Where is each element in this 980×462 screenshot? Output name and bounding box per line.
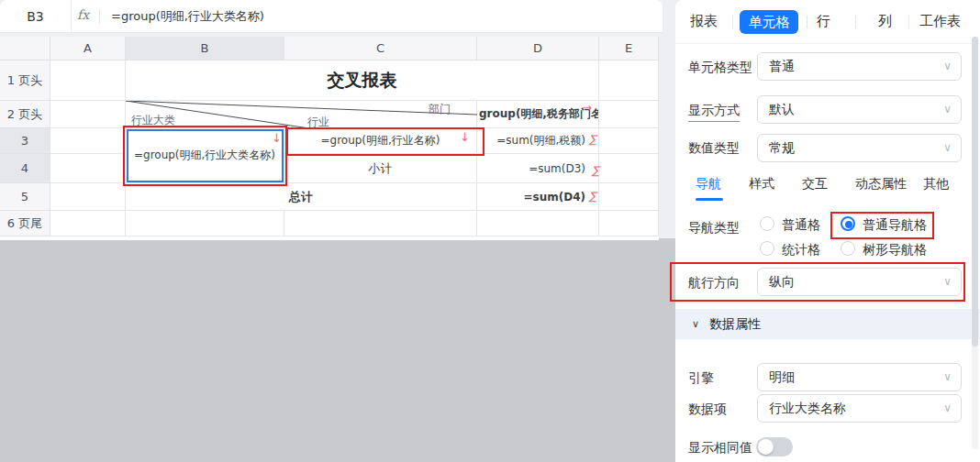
- cell-title-B1D1[interactable]: 交叉报表: [126, 60, 599, 101]
- subtab-dynamic-attributes[interactable]: 动态属性: [855, 176, 907, 192]
- expand-down-icon: ↓: [272, 132, 282, 144]
- cell-A2[interactable]: [50, 101, 126, 128]
- row-header-1[interactable]: 1 页头: [0, 60, 50, 101]
- cell-D5[interactable]: =sum(D4): [477, 183, 599, 211]
- radio-statistic-cell-label[interactable]: 统计格: [782, 242, 820, 258]
- data-attributes-section-header[interactable]: ∨ 数据属性: [675, 309, 980, 339]
- radio-tree-nav-cell-label[interactable]: 树形导航格: [863, 242, 927, 258]
- cell-C6[interactable]: [284, 211, 477, 236]
- data-item-value: 行业大类名称: [769, 401, 846, 417]
- nav-direction-label: 航行方向: [688, 275, 740, 292]
- collapse-chevron-icon: ∨: [692, 318, 699, 330]
- corner-header[interactable]: [0, 37, 50, 60]
- formula-bar: B3 fx =group(明细,行业大类名称): [0, 0, 663, 33]
- cell-C3[interactable]: =group(明细,行业名称): [284, 128, 477, 154]
- tab-row[interactable]: 行: [817, 13, 830, 30]
- cell-B3[interactable]: =group(明细,行业大类名称): [126, 128, 284, 183]
- cell-B5C5[interactable]: 总计: [126, 183, 477, 211]
- cell-E3[interactable]: [599, 128, 659, 154]
- tab-divider: [855, 16, 856, 28]
- data-item-select[interactable]: 行业大类名称 ∨: [757, 394, 962, 423]
- tabbar-border: [675, 43, 980, 44]
- cell-D3[interactable]: =sum(明细,税额): [477, 128, 599, 154]
- diagonal-label-bottom-left: 行业大类: [131, 113, 175, 128]
- data-item-label: 数据项: [688, 402, 727, 418]
- show-same-value-toggle[interactable]: [756, 437, 793, 456]
- column-header-B[interactable]: B: [126, 37, 284, 60]
- subtab-other[interactable]: 其他: [923, 176, 949, 192]
- chevron-down-icon: ∨: [943, 103, 952, 116]
- subtab-style[interactable]: 样式: [749, 176, 774, 192]
- radio-statistic-cell[interactable]: [760, 241, 774, 256]
- formula-input[interactable]: =group(明细,行业大类名称): [111, 0, 652, 33]
- cell-type-select[interactable]: 普通 ∨: [757, 52, 962, 81]
- cell-D6[interactable]: [477, 211, 599, 236]
- row-header-4[interactable]: 4: [0, 154, 50, 183]
- subtab-navigation[interactable]: 导航: [696, 176, 721, 192]
- engine-select[interactable]: 明细 ∨: [757, 363, 962, 391]
- column-header-C[interactable]: C: [284, 37, 477, 60]
- toggle-knob: [758, 439, 774, 455]
- nav-direction-select[interactable]: 纵向 ∨: [757, 268, 962, 296]
- column-header-A[interactable]: A: [50, 37, 126, 60]
- column-header-D[interactable]: D: [477, 37, 599, 60]
- column-header-E[interactable]: E: [599, 37, 659, 60]
- radio-tree-nav-cell[interactable]: [841, 241, 855, 256]
- cell-E1[interactable]: [599, 60, 659, 101]
- diagonal-label-top-right: 部门: [429, 102, 451, 117]
- expand-down-icon: ↓: [460, 131, 470, 143]
- subtab-interaction[interactable]: 交互: [802, 176, 828, 192]
- cell-diagonal-header-B2C2[interactable]: 行业大类 行业 部门: [126, 101, 477, 128]
- tab-divider: [732, 16, 733, 28]
- expand-right-icon: →: [582, 102, 592, 114]
- tab-cell-active[interactable]: 单元格: [740, 10, 798, 34]
- diagonal-lines: [126, 101, 477, 128]
- cell-E2[interactable]: [599, 101, 659, 128]
- cell-A1[interactable]: [50, 60, 126, 101]
- cell-E5[interactable]: [599, 183, 659, 211]
- nav-direction-value: 纵向: [769, 274, 795, 291]
- display-mode-value: 默认: [769, 102, 795, 118]
- row-header-2[interactable]: 2 页头: [0, 101, 50, 128]
- design-canvas-background: [0, 238, 675, 462]
- cell-reference-box[interactable]: B3: [0, 0, 72, 33]
- display-mode-label: 显示方式: [688, 103, 740, 122]
- engine-value: 明细: [769, 369, 795, 386]
- radio-normal-cell[interactable]: [760, 216, 774, 231]
- cell-A6[interactable]: [50, 211, 126, 236]
- show-same-value-label: 显示相同值: [688, 440, 752, 456]
- tab-worksheet[interactable]: 工作表: [919, 13, 961, 30]
- summary-sigma-icon: ∑: [589, 134, 596, 145]
- chevron-down-icon: ∨: [943, 370, 952, 383]
- row-header-5[interactable]: 5: [0, 183, 50, 211]
- cell-E4[interactable]: [599, 154, 659, 183]
- row-header-6[interactable]: 6 页尾: [0, 211, 50, 236]
- number-type-value: 常规: [769, 140, 795, 157]
- tab-report[interactable]: 报表: [690, 13, 718, 30]
- row-header-3[interactable]: 3: [0, 128, 50, 154]
- cell-A5[interactable]: [50, 183, 126, 211]
- tab-divider: [908, 16, 909, 28]
- radio-normal-nav-cell[interactable]: [841, 216, 855, 231]
- radio-normal-nav-cell-label[interactable]: 普通导航格: [863, 217, 927, 234]
- tab-column[interactable]: 列: [878, 13, 892, 30]
- radio-normal-cell-label[interactable]: 普通格: [782, 217, 820, 234]
- cell-D4[interactable]: =sum(D3): [477, 154, 599, 183]
- number-type-select[interactable]: 常规 ∨: [757, 134, 962, 162]
- fx-icon[interactable]: fx: [77, 7, 89, 22]
- cell-E6[interactable]: [599, 211, 659, 236]
- cell-C4[interactable]: 小计: [284, 154, 477, 183]
- number-type-label: 数值类型: [688, 140, 740, 157]
- cell-A3[interactable]: [50, 128, 126, 154]
- summary-sigma-icon: ∑: [592, 165, 599, 176]
- cell-type-label: 单元格类型: [688, 60, 752, 76]
- formula-bar-divider: [99, 9, 100, 24]
- engine-label: 引擎: [688, 370, 714, 387]
- cell-A4[interactable]: [50, 154, 126, 183]
- tab-divider: [807, 16, 807, 28]
- report-title: 交叉报表: [328, 69, 397, 93]
- data-attributes-title: 数据属性: [709, 316, 761, 333]
- cell-B6[interactable]: [126, 211, 284, 236]
- panel-scrollbar-thumb[interactable]: [972, 37, 978, 346]
- display-mode-select[interactable]: 默认 ∨: [757, 95, 962, 124]
